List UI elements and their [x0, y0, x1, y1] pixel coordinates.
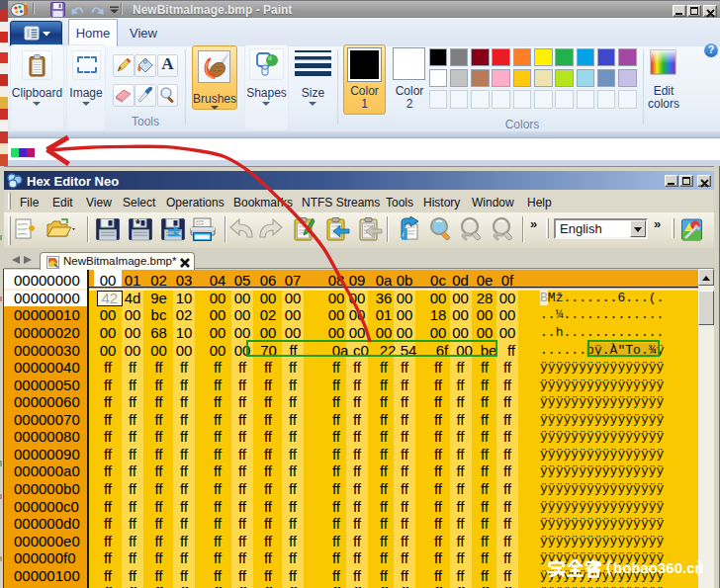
svg-text:bobao360.cn: bobao360.cn — [613, 559, 704, 576]
svg-text:*: * — [135, 217, 140, 231]
svg-text:ASFB: ASFB — [18, 222, 28, 226]
svg-text:NFFC: NFFC — [18, 232, 28, 236]
svg-text:DCOF: DCOF — [18, 227, 28, 231]
svg-text:DCOF: DCOF — [196, 222, 204, 226]
svg-text:NFFC: NFFC — [407, 233, 414, 236]
